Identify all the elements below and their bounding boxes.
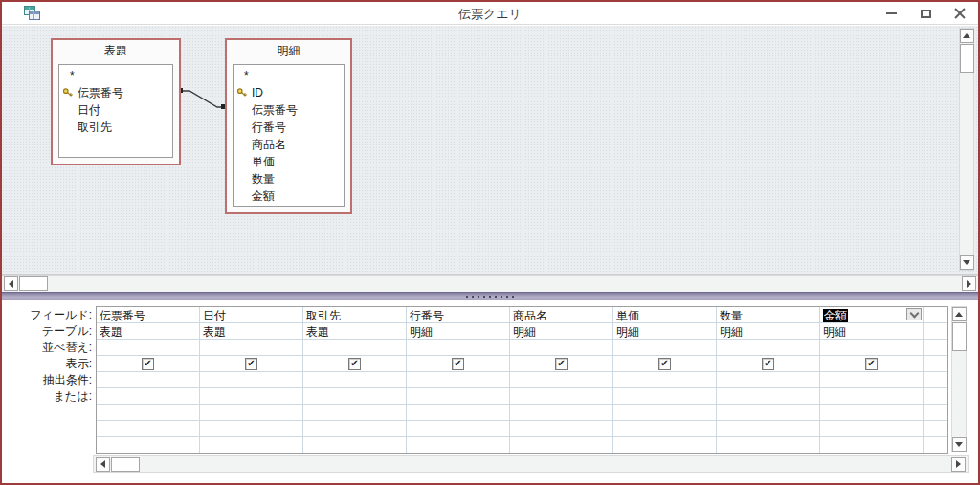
grid-cell-sort[interactable] (820, 340, 923, 356)
grid-cell-empty[interactable] (303, 437, 406, 453)
grid-cell-table[interactable]: 明細 (820, 323, 923, 340)
grid-cell-empty[interactable] (717, 405, 819, 421)
grid-cell-empty[interactable] (613, 421, 716, 437)
grid-cell-sort[interactable] (613, 340, 716, 356)
grid-cell-empty[interactable] (924, 437, 947, 453)
table-field-item[interactable]: 金額 (234, 187, 344, 205)
scrollbar-thumb[interactable] (19, 276, 48, 291)
grid-cell-criteria[interactable] (303, 372, 406, 388)
grid-cell-field[interactable]: 取引先 (303, 307, 406, 323)
table-field-item[interactable]: * (234, 67, 344, 84)
show-checkbox[interactable]: ✔ (555, 358, 568, 370)
grid-cell-show[interactable]: ✔ (97, 356, 199, 372)
table-field-item[interactable]: 伝票番号 (234, 101, 344, 119)
table-field-item[interactable]: 単価 (234, 153, 344, 170)
grid-cell-sort[interactable] (303, 340, 406, 356)
grid-cell-empty[interactable] (717, 437, 819, 453)
grid-cell-empty[interactable] (924, 307, 947, 323)
grid-cell-empty[interactable] (200, 437, 302, 453)
grid-cell-empty[interactable] (924, 421, 947, 437)
grid-cell-criteria[interactable] (407, 372, 509, 388)
grid-cell-or[interactable] (717, 388, 819, 405)
grid-cell-empty[interactable] (613, 437, 716, 453)
grid-cell-field[interactable]: 商品名 (510, 307, 612, 323)
table-field-item[interactable]: 数量 (234, 170, 344, 187)
grid-cell-table[interactable]: 表題 (303, 323, 406, 340)
diagram-horizontal-scrollbar[interactable] (2, 275, 978, 292)
table-field-item[interactable]: 取引先 (59, 119, 172, 136)
show-checkbox[interactable]: ✔ (348, 358, 361, 370)
grid-cell-or[interactable] (820, 388, 923, 405)
grid-cell-or[interactable] (407, 388, 509, 405)
scroll-left-button[interactable] (96, 457, 110, 472)
grid-cell-show[interactable]: ✔ (717, 356, 819, 372)
table-card-hyodai[interactable]: 表題 *伝票番号日付取引先 (51, 38, 181, 165)
grid-cell-empty[interactable] (97, 421, 199, 437)
grid-cell-empty[interactable] (510, 405, 612, 421)
grid-cell-sort[interactable] (717, 340, 819, 356)
grid-cell-table[interactable]: 表題 (200, 323, 302, 340)
grid-cell-empty[interactable] (820, 405, 923, 421)
grid-cell-empty[interactable] (924, 340, 947, 356)
scroll-up-button[interactable] (960, 29, 974, 43)
minimize-button[interactable] (880, 4, 902, 23)
grid-cell-or[interactable] (97, 388, 199, 405)
grid-cell-table[interactable]: 明細 (510, 323, 612, 340)
grid-cell-or[interactable] (613, 388, 716, 405)
grid-cell-criteria[interactable] (820, 372, 923, 388)
close-button[interactable] (949, 4, 970, 23)
maximize-button[interactable] (915, 4, 936, 23)
grid-cell-empty[interactable] (97, 437, 199, 453)
grid-cell-table[interactable]: 明細 (613, 323, 716, 340)
show-checkbox[interactable]: ✔ (762, 358, 774, 370)
grid-cell-field[interactable]: 行番号 (407, 307, 509, 323)
grid-cell-sort[interactable] (200, 340, 302, 356)
scrollbar-thumb[interactable] (111, 457, 140, 472)
grid-cell-empty[interactable] (407, 421, 509, 437)
grid-cell-empty[interactable] (97, 405, 199, 421)
grid-cell-sort[interactable] (407, 340, 509, 356)
table-field-item[interactable]: ID (234, 84, 344, 101)
grid-cell-table[interactable]: 明細 (407, 323, 509, 340)
pane-splitter[interactable] (2, 292, 978, 300)
grid-cell-sort[interactable] (97, 340, 199, 356)
grid-cell-empty[interactable] (510, 421, 612, 437)
grid-cell-criteria[interactable] (200, 372, 302, 388)
grid-cell-show[interactable]: ✔ (820, 356, 923, 372)
grid-cell-empty[interactable] (510, 437, 612, 453)
scrollbar-thumb[interactable] (952, 322, 967, 351)
grid-cell-field[interactable]: 日付 (200, 307, 302, 323)
grid-cell-field[interactable]: 金額 (820, 307, 923, 323)
grid-cell-empty[interactable] (924, 372, 947, 388)
table-card-meisai[interactable]: 明細 *ID伝票番号行番号商品名単価数量金額 (225, 38, 352, 214)
table-field-item[interactable]: 伝票番号 (59, 84, 172, 101)
diagram-vertical-scrollbar[interactable] (959, 28, 974, 271)
grid-horizontal-scrollbar[interactable] (93, 455, 969, 473)
table-field-item[interactable]: 行番号 (234, 119, 344, 136)
grid-cell-criteria[interactable] (97, 372, 199, 388)
field-dropdown-button[interactable] (906, 308, 922, 320)
show-checkbox[interactable]: ✔ (142, 358, 154, 370)
scrollbar-thumb[interactable] (960, 44, 974, 73)
grid-cell-field[interactable]: 伝票番号 (97, 307, 199, 323)
grid-cell-empty[interactable] (820, 421, 923, 437)
grid-cell-empty[interactable] (200, 405, 302, 421)
scroll-down-button[interactable] (960, 255, 974, 270)
grid-cell-empty[interactable] (820, 437, 923, 453)
grid-cell-or[interactable] (303, 388, 406, 405)
grid-cell-show[interactable]: ✔ (407, 356, 509, 372)
grid-cell-empty[interactable] (924, 388, 947, 405)
grid-cell-or[interactable] (510, 388, 612, 405)
show-checkbox[interactable]: ✔ (452, 358, 464, 370)
table-field-item[interactable]: 商品名 (234, 136, 344, 153)
grid-cell-table[interactable]: 明細 (717, 323, 819, 340)
grid-cell-field[interactable]: 数量 (717, 307, 819, 323)
table-field-item[interactable]: * (59, 67, 172, 84)
grid-cell-show[interactable]: ✔ (200, 356, 302, 372)
grid-cell-table[interactable]: 表題 (97, 323, 199, 340)
show-checkbox[interactable]: ✔ (245, 358, 257, 370)
grid-cell-show[interactable]: ✔ (510, 356, 612, 372)
table-field-item[interactable]: 日付 (59, 101, 172, 119)
grid-vertical-scrollbar[interactable] (951, 306, 967, 452)
grid-cell-empty[interactable] (407, 437, 509, 453)
